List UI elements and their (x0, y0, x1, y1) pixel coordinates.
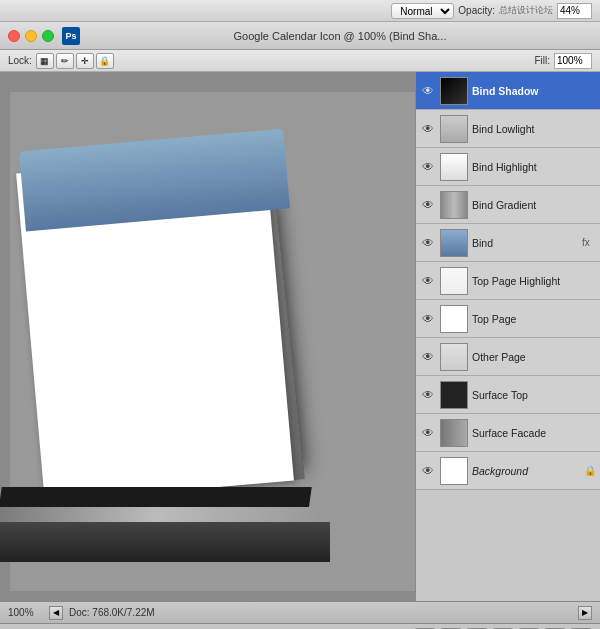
lock-pixels-btn[interactable]: ✏ (56, 53, 74, 69)
eye-icon-top-page-highlight[interactable]: 👁 (420, 273, 436, 289)
canvas-area[interactable] (0, 72, 415, 601)
layer-row-bind-shadow[interactable]: 👁Bind Shadow (416, 72, 600, 110)
layers-panel: 👁Bind Shadow👁Bind Lowlight👁Bind Highligh… (415, 72, 600, 601)
lock-position-btn[interactable]: ✛ (76, 53, 94, 69)
layer-row-bind-gradient[interactable]: 👁Bind Gradient (416, 186, 600, 224)
status-bar: 100% ◀ Doc: 768.0K/7.22M ▶ (0, 601, 600, 623)
layer-row-other-page[interactable]: 👁Other Page (416, 338, 600, 376)
menu-bar-right: Normal Opacity: 总结设计论坛 (391, 3, 592, 19)
layer-row-surface-top[interactable]: 👁Surface Top (416, 376, 600, 414)
layer-row-top-page-highlight[interactable]: 👁Top Page Highlight (416, 262, 600, 300)
eye-icon-background[interactable]: 👁 (420, 463, 436, 479)
eye-icon-bind-highlight[interactable]: 👁 (420, 159, 436, 175)
layer-row-bind-highlight[interactable]: 👁Bind Highlight (416, 148, 600, 186)
minimize-button[interactable] (25, 30, 37, 42)
layer-thumb-bind-gradient (440, 191, 468, 219)
eye-icon-top-page[interactable]: 👁 (420, 311, 436, 327)
lock-label: Lock: (8, 55, 32, 66)
zoom-display: 100% (8, 607, 43, 618)
layer-row-top-page[interactable]: 👁Top Page (416, 300, 600, 338)
layer-name-bind: Bind (472, 237, 578, 249)
bottom-shadow-artwork (0, 522, 330, 562)
blend-mode-select[interactable]: Normal (391, 3, 454, 19)
layer-thumb-surface-facade (440, 419, 468, 447)
layer-name-bind-highlight: Bind Highlight (472, 161, 596, 173)
fill-input[interactable] (554, 53, 592, 69)
layer-name-top-page-highlight: Top Page Highlight (472, 275, 596, 287)
fx-badge-bind: fx (582, 237, 596, 248)
lock-badge-background: 🔒 (584, 465, 596, 476)
title-bar: Ps Google Calendar Icon @ 100% (Bind Sha… (0, 22, 600, 50)
layer-name-surface-facade: Surface Facade (472, 427, 596, 439)
maximize-button[interactable] (42, 30, 54, 42)
icon-artwork (0, 92, 350, 522)
layer-row-surface-facade[interactable]: 👁Surface Facade (416, 414, 600, 452)
layer-row-bind[interactable]: 👁Bindfx (416, 224, 600, 262)
layer-thumb-bind-shadow (440, 77, 468, 105)
photoshop-logo: Ps (62, 27, 80, 45)
layer-row-background[interactable]: 👁Background🔒 (416, 452, 600, 490)
eye-icon-surface-facade[interactable]: 👁 (420, 425, 436, 441)
eye-icon-other-page[interactable]: 👁 (420, 349, 436, 365)
layer-thumb-bind (440, 229, 468, 257)
menu-bar: Normal Opacity: 总结设计论坛 (0, 0, 600, 22)
layer-name-top-page: Top Page (472, 313, 596, 325)
layer-name-bind-shadow: Bind Shadow (472, 85, 596, 97)
layer-thumb-other-page (440, 343, 468, 371)
layer-name-background: Background (472, 465, 580, 477)
fill-label: Fill: (534, 55, 550, 66)
eye-icon-bind-lowlight[interactable]: 👁 (420, 121, 436, 137)
eye-icon-surface-top[interactable]: 👁 (420, 387, 436, 403)
layer-thumb-background (440, 457, 468, 485)
main-content: 👁Bind Shadow👁Bind Lowlight👁Bind Highligh… (0, 72, 600, 601)
options-bar: Lock: ▦ ✏ ✛ 🔒 Fill: (0, 50, 600, 72)
traffic-lights (8, 30, 54, 42)
close-button[interactable] (8, 30, 20, 42)
opacity-input[interactable] (557, 3, 592, 19)
layer-name-surface-top: Surface Top (472, 389, 596, 401)
chinese-watermark: 总结设计论坛 (499, 4, 553, 17)
layer-thumb-surface-top (440, 381, 468, 409)
layer-name-other-page: Other Page (472, 351, 596, 363)
next-nav-btn[interactable]: ▶ (578, 606, 592, 620)
window-title: Google Calendar Icon @ 100% (Bind Sha... (88, 30, 592, 42)
layer-thumb-bind-highlight (440, 153, 468, 181)
lock-icons-group: ▦ ✏ ✛ 🔒 (36, 53, 114, 69)
layer-thumb-bind-lowlight (440, 115, 468, 143)
eye-icon-bind-shadow[interactable]: 👁 (420, 83, 436, 99)
eye-icon-bind-gradient[interactable]: 👁 (420, 197, 436, 213)
layer-row-bind-lowlight[interactable]: 👁Bind Lowlight (416, 110, 600, 148)
bottom-icons-bar: 🔗 fx ◑ ◕ 📁 + 🗑 (0, 623, 600, 629)
eye-icon-bind[interactable]: 👁 (420, 235, 436, 251)
lock-transparency-btn[interactable]: ▦ (36, 53, 54, 69)
prev-nav-btn[interactable]: ◀ (49, 606, 63, 620)
layer-thumb-top-page (440, 305, 468, 333)
layer-thumb-top-page-highlight (440, 267, 468, 295)
doc-info: Doc: 768.0K/7.22M (69, 607, 572, 618)
opacity-label: Opacity: (458, 5, 495, 16)
layer-name-bind-lowlight: Bind Lowlight (472, 123, 596, 135)
layer-name-bind-gradient: Bind Gradient (472, 199, 596, 211)
lock-all-btn[interactable]: 🔒 (96, 53, 114, 69)
